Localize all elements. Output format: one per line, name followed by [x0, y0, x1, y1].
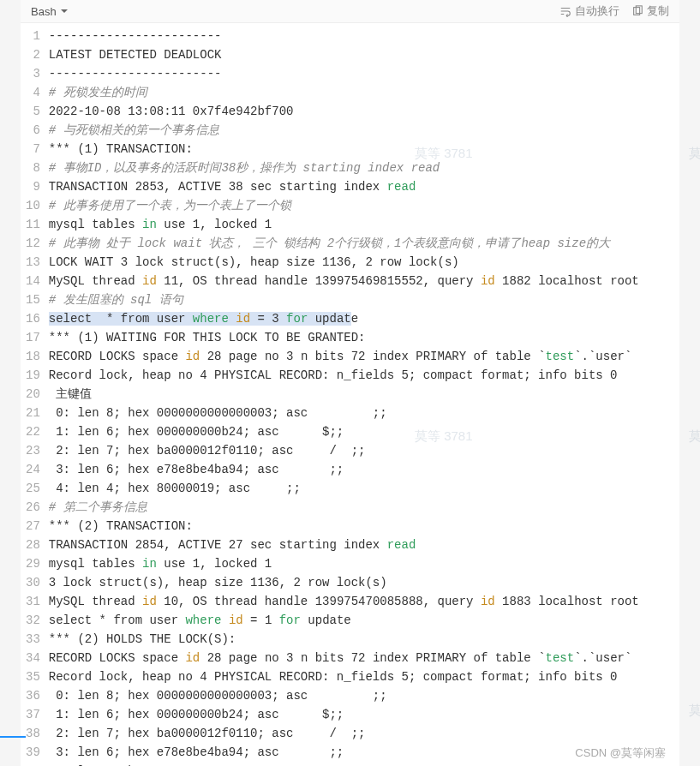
code-line[interactable]: # 与死锁相关的第一个事务信息: [49, 121, 679, 140]
code-token: RECORD LOCKS space: [49, 651, 186, 665]
code-token: # 第二个事务信息: [49, 500, 147, 514]
line-number: 27: [26, 517, 40, 536]
code-token: # 与死锁相关的第一个事务信息: [49, 123, 219, 137]
line-number: 17: [26, 328, 40, 347]
line-number: 40: [26, 762, 40, 766]
code-line[interactable]: LATEST DETECTED DEADLOCK: [49, 45, 679, 64]
code-line[interactable]: Record lock, heap no 4 PHYSICAL RECORD: …: [49, 667, 679, 686]
code-token: 2: len 7; hex ba0000012f0110; asc / ;;: [49, 444, 366, 458]
code-token: test: [546, 350, 575, 363]
code-lines[interactable]: ------------------------LATEST DETECTED …: [49, 27, 679, 766]
code-line[interactable]: 4: len 4; hex 80000019; asc ;;: [49, 762, 679, 766]
code-token: 11, OS thread handle 139975469815552, qu…: [157, 274, 481, 288]
code-line[interactable]: MySQL thread id 10, OS thread handle 139…: [49, 592, 679, 611]
code-area[interactable]: 1234567891011121314151617181920212223242…: [21, 23, 679, 766]
code-line[interactable]: # 发生阻塞的 sql 语句: [49, 290, 679, 309]
code-line[interactable]: LOCK WAIT 3 lock struct(s), heap size 11…: [49, 253, 679, 272]
code-token: updat: [308, 312, 350, 326]
code-token: # 此事物 处于 lock wait 状态， 三个 锁结构 2个行级锁，1个表级…: [49, 236, 610, 250]
code-line[interactable]: 1: len 6; hex 000000000b24; asc $;;: [49, 705, 679, 724]
code-token: id: [481, 595, 495, 608]
toolbar-actions: 自动换行 复制: [559, 3, 669, 19]
code-line[interactable]: 1: len 6; hex 000000000b24; asc $;;: [49, 422, 679, 441]
line-number: 10: [26, 196, 40, 215]
code-token: 1: len 6; hex 000000000b24; asc $;;: [49, 708, 344, 721]
code-line[interactable]: mysql tables in use 1, locked 1: [49, 554, 679, 573]
code-token: select * from user: [49, 312, 193, 326]
code-line[interactable]: 4: len 4; hex 80000019; asc ;;: [49, 479, 679, 498]
code-line[interactable]: *** (2) TRANSACTION:: [49, 517, 679, 536]
toolbar: Bash 自动换行 复制: [21, 0, 679, 23]
code-line[interactable]: # 此事物 处于 lock wait 状态， 三个 锁结构 2个行级锁，1个表级…: [49, 234, 679, 253]
code-token: 0: len 8; hex 0000000000000003; asc ;;: [49, 406, 387, 420]
code-line[interactable]: select * from user where id = 1 for upda…: [49, 611, 679, 630]
line-number: 5: [26, 102, 40, 121]
code-line[interactable]: mysql tables in use 1, locked 1: [49, 215, 679, 234]
code-token: = 1: [243, 613, 279, 627]
code-token: MySQL thread: [49, 274, 142, 288]
code-token: *** (1) TRANSACTION:: [49, 142, 193, 156]
code-token: = 3: [250, 312, 286, 326]
code-token: `.`user`: [574, 350, 631, 363]
code-line[interactable]: 2022-10-08 13:08:11 0x7f4e942bf700: [49, 102, 679, 121]
language-dropdown[interactable]: Bash: [31, 5, 69, 18]
code-token: use 1, locked 1: [157, 557, 272, 571]
code-token: *** (2) TRANSACTION:: [49, 519, 193, 533]
line-number: 13: [26, 253, 40, 272]
code-line[interactable]: # 事物ID，以及事务的活跃时间38秒，操作为 starting index r…: [49, 159, 679, 177]
code-token: 1883 localhost root: [495, 595, 639, 608]
line-number: 7: [26, 140, 40, 159]
line-number: 14: [26, 272, 40, 290]
code-line[interactable]: 0: len 8; hex 0000000000000003; asc ;;: [49, 404, 679, 422]
code-line[interactable]: 主键值: [49, 385, 679, 404]
chevron-down-icon: [60, 7, 69, 15]
line-number: 37: [26, 705, 40, 724]
code-token: 2: len 7; hex ba0000012f0110; asc / ;;: [49, 727, 366, 740]
code-line[interactable]: TRANSACTION 2854, ACTIVE 27 sec starting…: [49, 536, 679, 554]
code-line[interactable]: # 此事务使用了一个表，为一个表上了一个锁: [49, 196, 679, 215]
line-number: 32: [26, 611, 40, 630]
code-line[interactable]: RECORD LOCKS space id 28 page no 3 n bit…: [49, 649, 679, 667]
line-number: 20: [26, 385, 40, 404]
language-label: Bash: [31, 5, 57, 18]
code-line[interactable]: 0: len 8; hex 0000000000000003; asc ;;: [49, 686, 679, 705]
code-line[interactable]: *** (1) WAITING FOR THIS LOCK TO BE GRAN…: [49, 328, 679, 347]
code-token: [229, 312, 236, 326]
code-token: LOCK WAIT 3 lock struct(s), heap size 11…: [49, 255, 459, 269]
line-number: 31: [26, 592, 40, 611]
code-token: 1: len 6; hex 000000000b24; asc $;;: [49, 425, 344, 439]
code-line[interactable]: 2: len 7; hex ba0000012f0110; asc / ;;: [49, 441, 679, 460]
line-number: 22: [26, 422, 40, 441]
line-number: 38: [26, 724, 40, 743]
line-gutter: 1234567891011121314151617181920212223242…: [21, 27, 49, 766]
code-line[interactable]: 3: len 6; hex e78e8be4ba94; asc ;;: [49, 460, 679, 479]
code-token: # 死锁发生的时间: [49, 86, 147, 99]
code-line[interactable]: 3 lock struct(s), heap size 1136, 2 row …: [49, 573, 679, 592]
code-line[interactable]: # 死锁发生的时间: [49, 83, 679, 102]
copy-button[interactable]: 复制: [631, 3, 669, 19]
code-line[interactable]: Record lock, heap no 4 PHYSICAL RECORD: …: [49, 366, 679, 385]
code-token: 4: len 4; hex 80000019; asc ;;: [49, 482, 301, 495]
code-line[interactable]: ------------------------: [49, 64, 679, 83]
code-line[interactable]: select * from user where id = 3 for upda…: [49, 309, 679, 328]
code-token: id: [142, 274, 157, 288]
code-line[interactable]: RECORD LOCKS space id 28 page no 3 n bit…: [49, 347, 679, 366]
code-line[interactable]: *** (2) HOLDS THE LOCK(S):: [49, 630, 679, 649]
code-token: id: [236, 312, 250, 326]
code-token: where: [193, 312, 229, 326]
code-line[interactable]: MySQL thread id 11, OS thread handle 139…: [49, 272, 679, 290]
code-token: e: [351, 312, 358, 326]
code-line[interactable]: *** (1) TRANSACTION:: [49, 140, 679, 159]
code-token: *** (1) WAITING FOR THIS LOCK TO BE GRAN…: [49, 331, 366, 344]
code-line[interactable]: 2: len 7; hex ba0000012f0110; asc / ;;: [49, 724, 679, 743]
code-token: in: [142, 218, 157, 231]
code-token: # 发生阻塞的 sql 语句: [49, 293, 183, 307]
code-token: 28 page no 3 n bits 72 index PRIMARY of …: [200, 651, 545, 665]
wrap-button[interactable]: 自动换行: [559, 3, 619, 19]
code-line[interactable]: # 第二个事务信息: [49, 498, 679, 517]
code-token: read: [387, 180, 416, 194]
code-token: LATEST DETECTED DEADLOCK: [49, 48, 222, 62]
code-line[interactable]: ------------------------: [49, 27, 679, 45]
code-line[interactable]: TRANSACTION 2853, ACTIVE 38 sec starting…: [49, 177, 679, 196]
line-number: 29: [26, 554, 40, 573]
